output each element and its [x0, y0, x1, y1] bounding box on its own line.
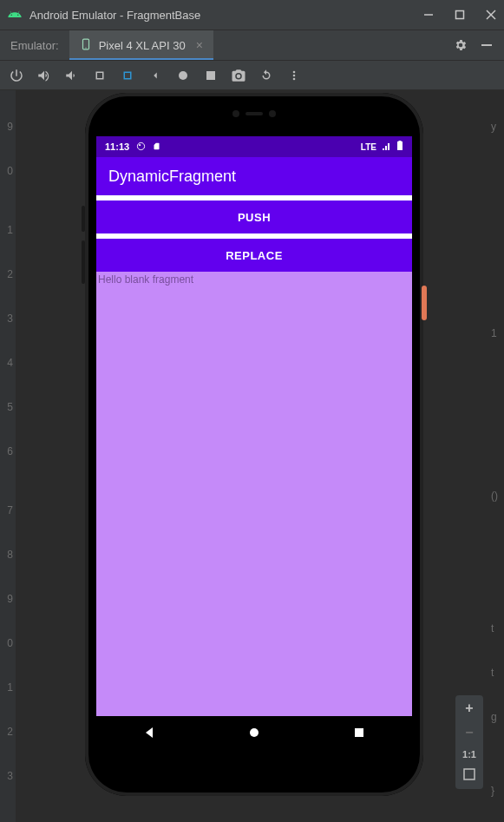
app-body: PUSH REPLACE Hello blank fragment: [96, 195, 412, 753]
tab-label: Pixel 4 XL API 30: [99, 39, 186, 52]
device-frame: 11:13 LTE DynamicFragment: [85, 93, 423, 796]
svg-rect-16: [399, 141, 402, 141]
editor-gutter-right: y1()ttg}: [488, 61, 504, 822]
device-side-button: [82, 206, 85, 232]
zoom-panel: + − 1:1: [455, 695, 483, 789]
rotate-right-icon[interactable]: [120, 68, 135, 83]
android-statusbar: 11:13 LTE: [96, 136, 412, 157]
emulator-toolbar: [0, 61, 504, 90]
back-icon[interactable]: [147, 68, 163, 83]
status-notification-icon: [136, 141, 146, 153]
zoom-out-button[interactable]: −: [455, 725, 483, 740]
emulator-stage: 11:13 LTE DynamicFragment: [16, 90, 488, 822]
window-minimize-button[interactable]: [422, 9, 435, 21]
record-icon[interactable]: [175, 68, 191, 83]
svg-rect-15: [397, 141, 403, 150]
android-icon: [7, 7, 23, 23]
restart-icon[interactable]: [259, 68, 274, 83]
svg-point-10: [293, 70, 296, 73]
status-time: 11:13: [105, 141, 129, 152]
nav-recents-icon[interactable]: [352, 726, 366, 743]
push-button[interactable]: PUSH: [96, 201, 412, 233]
status-lte-label: LTE: [361, 142, 376, 152]
emulator-tab[interactable]: Pixel 4 XL API 30 ×: [69, 30, 213, 60]
minimize-tool-icon[interactable]: [480, 38, 494, 52]
svg-rect-8: [206, 71, 215, 80]
device-screen[interactable]: 11:13 LTE DynamicFragment: [96, 136, 412, 753]
svg-point-12: [293, 77, 296, 80]
svg-point-9: [237, 74, 241, 78]
zoom-fit-button[interactable]: [455, 768, 483, 784]
device-side-button: [82, 240, 85, 284]
power-icon[interactable]: [9, 68, 24, 83]
svg-point-7: [179, 71, 187, 80]
screenshot-icon[interactable]: [231, 68, 246, 83]
fragment-container: Hello blank fragment: [96, 272, 412, 753]
svg-point-17: [250, 728, 259, 737]
zoom-ratio-button[interactable]: 1:1: [455, 749, 483, 760]
gear-icon[interactable]: [454, 38, 468, 52]
volume-up-icon[interactable]: [36, 68, 52, 83]
volume-down-icon[interactable]: [64, 68, 80, 83]
device-speaker: [232, 110, 276, 117]
editor-gutter-left: 8901234567890123: [0, 61, 16, 822]
device-icon: [80, 38, 92, 53]
status-battery-icon: [396, 141, 403, 153]
zoom-in-button[interactable]: +: [455, 700, 483, 716]
replace-button[interactable]: REPLACE: [96, 239, 412, 272]
status-signal-icon: [382, 141, 391, 153]
window-title: Android Emulator - FragmentBase: [29, 9, 422, 22]
window-titlebar: Android Emulator - FragmentBase: [0, 0, 504, 30]
overflow-icon[interactable]: [286, 68, 302, 83]
window-close-button[interactable]: [485, 9, 497, 21]
tab-close-icon[interactable]: ×: [196, 38, 203, 52]
svg-rect-1: [456, 11, 464, 19]
svg-rect-14: [139, 144, 141, 146]
fragment-text: Hello blank fragment: [98, 273, 193, 286]
emulator-label: Emulator:: [0, 30, 69, 60]
nav-home-icon[interactable]: [247, 726, 261, 743]
stop-icon[interactable]: [203, 68, 219, 83]
svg-rect-19: [464, 769, 475, 779]
svg-point-13: [138, 142, 145, 149]
app-toolbar: DynamicFragment: [96, 157, 412, 195]
app-title: DynamicFragment: [108, 168, 236, 186]
android-navbar: [96, 716, 412, 753]
window-maximize-button[interactable]: [454, 9, 466, 21]
svg-point-11: [293, 74, 296, 76]
status-sd-icon: [153, 141, 160, 153]
rotate-left-icon[interactable]: [92, 68, 108, 83]
emulator-tabbar: Emulator: Pixel 4 XL API 30 ×: [0, 30, 504, 61]
svg-rect-18: [355, 728, 363, 737]
svg-point-5: [85, 47, 86, 48]
nav-back-icon[interactable]: [142, 726, 156, 743]
device-power-indicator: [422, 286, 427, 320]
